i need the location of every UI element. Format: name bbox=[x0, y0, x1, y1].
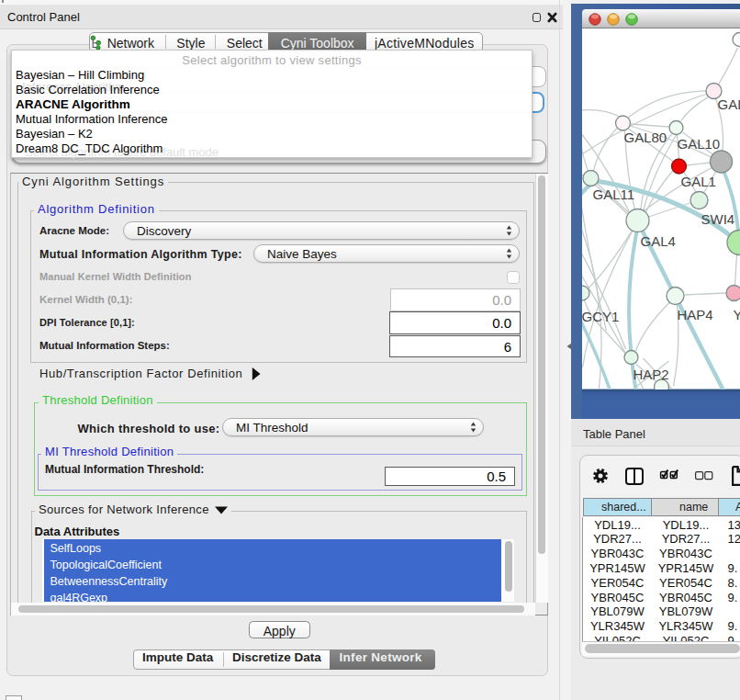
svg-text:GCY1: GCY1 bbox=[582, 309, 619, 324]
svg-text:GAL10: GAL10 bbox=[677, 136, 720, 152]
svg-text:GAL: GAL bbox=[717, 96, 740, 112]
svg-text:HAP4: HAP4 bbox=[677, 307, 712, 322]
svg-text:GAL1: GAL1 bbox=[680, 174, 715, 189]
svg-text:HAP2: HAP2 bbox=[633, 367, 668, 382]
svg-text:GAL80: GAL80 bbox=[623, 130, 667, 145]
svg-text:GAL11: GAL11 bbox=[592, 186, 634, 202]
svg-text:Y: Y bbox=[733, 307, 740, 322]
svg-text:SWI4: SWI4 bbox=[701, 211, 734, 227]
svg-text:GAL4: GAL4 bbox=[640, 233, 675, 249]
